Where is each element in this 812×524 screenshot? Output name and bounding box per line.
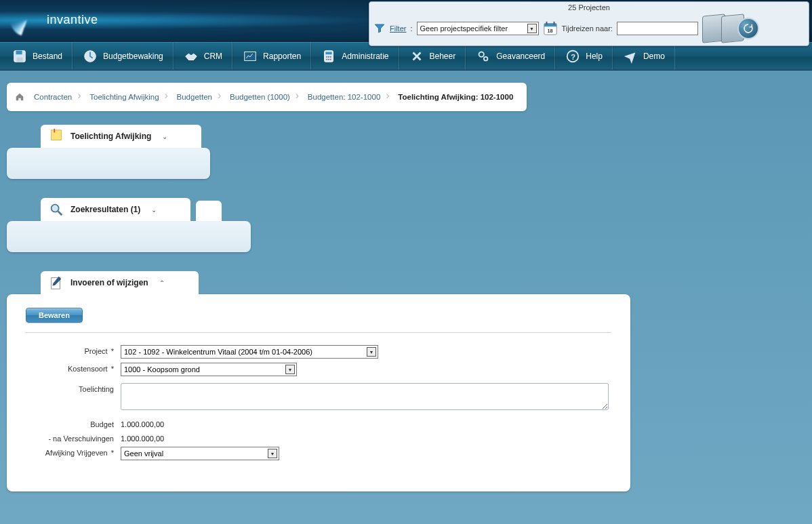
menu-beheer[interactable]: Beheer [399,43,466,70]
breadcrumb-item[interactable]: Budgetten (1000) [224,93,296,101]
svg-point-18 [479,52,484,57]
panel-title: Toelichting Afwijking [70,132,151,141]
form-row-toelichting: Toelichting [26,383,611,411]
menu-crm[interactable]: CRM [174,43,232,70]
menu-rapporten[interactable]: Rapporten [232,43,311,70]
logo-swirl-icon [10,3,44,37]
toelichting-textarea[interactable] [121,383,609,410]
required-marker: * [111,449,114,457]
menu-help[interactable]: ? Help [555,43,613,70]
breadcrumb-item[interactable]: Budgetten: 102-1000 [302,93,386,101]
note-icon [49,129,64,144]
chevron-right-icon [386,89,392,104]
calendar-icon[interactable]: 18 [543,21,558,36]
svg-rect-22 [52,130,62,140]
chevron-right-icon [165,89,171,104]
panel-tab-header[interactable]: Toelichting Afwijking ⌄ [41,125,201,148]
help-icon: ? [565,49,580,64]
handshake-icon [184,49,199,64]
afwijking-vrijgeven-select[interactable]: Geen vrijval [121,447,279,460]
filter-colon: : [410,24,412,33]
svg-line-25 [58,211,62,216]
chevron-right-icon [296,89,302,104]
brand-name: invantive [47,13,98,27]
svg-text:?: ? [571,53,576,61]
breadcrumb-item[interactable]: Toelichting Afwijking [84,93,164,101]
svg-rect-9 [245,52,256,61]
panel-title: Invoeren of wijzigen [70,278,148,287]
breadcrumb-item[interactable]: Contracten [28,93,77,101]
svg-rect-3 [553,22,554,25]
home-icon[interactable] [15,92,24,102]
svg-rect-6 [16,51,22,55]
required-marker: * [111,347,114,355]
form-row-budget: Budget 1.000.000,00 [26,418,611,428]
edit-icon [49,275,64,290]
save-icon [12,49,27,64]
gears-icon [476,49,491,64]
chevron-down-icon [527,24,537,33]
svg-rect-7 [16,58,22,62]
menu-label: Help [586,52,603,61]
panel-body [7,148,210,179]
chart-icon [243,49,258,64]
top-toolbar-panel: 25 Projecten Filter : Geen projectspecif… [369,1,809,46]
menu-administratie[interactable]: Administratie [311,43,399,70]
chevron-down-icon [285,365,295,374]
tijdreizen-input[interactable] [617,22,698,35]
panel-zoekresultaten: Zoekresultaten (1) ⌄ [7,198,805,252]
tijdreizen-label: Tijdreizen naar: [562,24,613,33]
form-row-na-verschuivingen: - na Verschuivingen 1.000.000,00 [26,432,611,443]
kostensoort-select[interactable]: 1000 - Koopsom grond [121,363,297,376]
project-filter-value: Geen projectspecifiek filter [420,24,508,33]
project-label[interactable]: Project [84,347,107,355]
breadcrumb: Contracten Toelichting Afwijking Budgett… [7,83,527,111]
menu-geavanceerd[interactable]: Geavanceerd [466,43,555,70]
kostensoort-label[interactable]: Kostensoort [68,365,108,373]
menu-budgetbewaking[interactable]: Budgetbewaking [73,43,174,70]
svg-text:18: 18 [547,28,552,34]
breadcrumb-item[interactable]: Budgetten [171,93,218,101]
menu-label: Administratie [342,52,388,61]
form-row-kostensoort: Kostensoort * 1000 - Koopsom grond [26,363,611,376]
project-select[interactable]: 102 - 1092 - Winkelcentrum Vitaal (2004 … [121,345,378,359]
brand-logo: invantive [10,3,132,37]
afwijking-vrijgeven-value: Geen vrijval [124,449,163,458]
project-select-value: 102 - 1092 - Winkelcentrum Vitaal (2004 … [124,348,312,356]
form-toolbar: Bewaren [26,308,611,333]
chevron-down-icon: ⌄ [151,206,157,214]
budget-label: Budget [90,420,114,428]
panel-tab-header[interactable]: Zoekresultaten (1) ⌄ [41,198,190,221]
na-verschuivingen-label: - na Verschuivingen [48,435,114,443]
svg-point-12 [326,56,327,58]
funnel-icon [373,22,386,35]
chevron-down-icon [268,449,277,458]
afwijking-vrijgeven-label: Afwijking Vrijgeven [45,449,108,457]
menu-bestand[interactable]: Bestand [3,43,73,70]
main-menu: Bestand Budgetbewaking CRM Rapporten Adm… [0,42,812,70]
save-button[interactable]: Bewaren [26,308,83,323]
svg-point-14 [330,56,331,58]
budget-icon [83,49,98,64]
panel-tab-header[interactable]: Invoeren of wijzigen ⌃ [41,271,199,294]
panel-body [7,221,251,252]
toelichting-label: Toelichting [79,385,114,393]
panel-title: Zoekresultaten (1) [70,205,140,214]
required-marker: * [111,365,114,373]
form-panel-body: Bewaren Project * 102 - 1092 - Winkelcen… [7,294,630,491]
menu-label: Budgetbewaking [103,52,163,61]
svg-point-24 [52,205,59,212]
menu-label: Bestand [33,52,62,61]
refresh-icon[interactable] [737,18,759,39]
calculator-icon [321,49,336,64]
filter-label[interactable]: Filter [390,24,406,33]
panel-invoeren: Invoeren of wijzigen ⌃ Bewaren Project *… [7,271,805,491]
search-icon [49,202,64,217]
svg-rect-11 [326,52,332,55]
budget-value: 1.000.000,00 [121,418,164,428]
na-verschuivingen-value: 1.000.000,00 [121,432,164,443]
secondary-tab[interactable] [196,201,222,221]
project-filter-select[interactable]: Geen projectspecifiek filter [417,22,539,35]
menu-demo[interactable]: Demo [613,43,675,70]
menu-label: Rapporten [263,52,301,61]
